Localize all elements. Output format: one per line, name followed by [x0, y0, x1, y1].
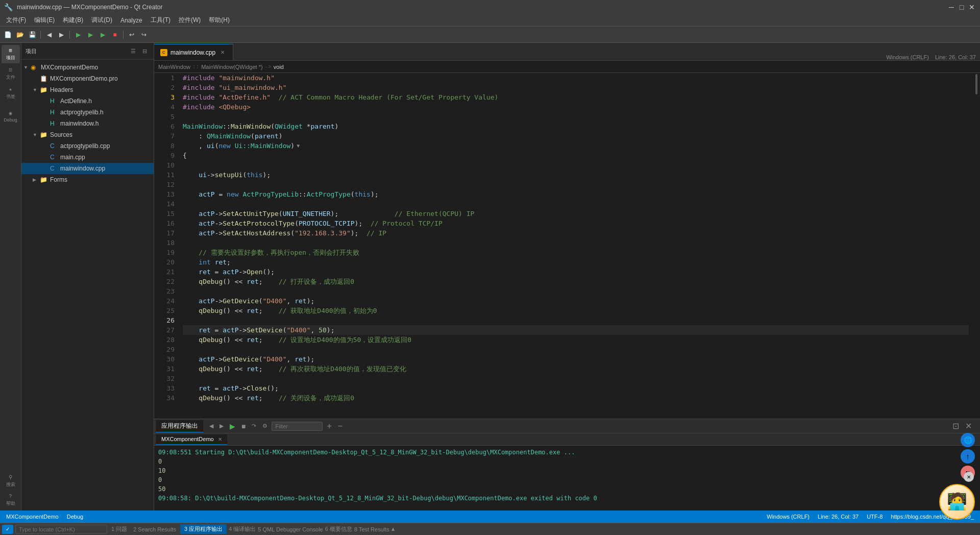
status-encoding[interactable]: UTF-8	[865, 514, 885, 520]
line-num-11: 11	[154, 170, 175, 180]
editor-tab-mainwindow[interactable]: C mainwindow.cpp ✕	[154, 44, 233, 60]
chat-btn-1[interactable]: 🌐	[961, 433, 975, 447]
line-num-16: 16	[154, 218, 175, 228]
line-num-14: 14	[154, 199, 175, 209]
filter-input[interactable]	[272, 422, 323, 431]
bottom-prev-button[interactable]: ◀	[207, 422, 215, 430]
bottom-remove-button[interactable]: −	[336, 421, 345, 432]
tab-arrow-up[interactable]: ▲	[391, 526, 395, 532]
bottom-close-button[interactable]: ✕	[963, 420, 974, 432]
menu-debug[interactable]: 调试(D)	[87, 15, 116, 26]
sidebar-item-debug[interactable]: ◉ Debug	[2, 107, 20, 126]
tree-label-mainwindow-h: mainwindow.h	[60, 120, 99, 127]
bottom-run-button[interactable]: ▶	[228, 421, 237, 431]
minimize-button[interactable]: ─	[947, 3, 955, 11]
line-num-34: 34	[154, 393, 175, 403]
code-line-33: ret = actP->Close();	[183, 383, 969, 393]
code-content[interactable]: #include "mainwindow.h" #include "ui_mai…	[179, 73, 973, 419]
line-num-26: 26	[154, 315, 175, 325]
console-line-1: 09:08:551 Starting D:\Qt\build-MXCompone…	[158, 448, 976, 457]
chat-avatar[interactable]: 🧑‍💻	[939, 484, 975, 520]
open-button[interactable]: 📂	[14, 29, 26, 40]
sidebar-item-bookmarks[interactable]: ★ 书签	[2, 84, 20, 102]
maximize-button[interactable]: □	[958, 3, 966, 11]
summary-tab[interactable]: 6 概要信息	[325, 525, 352, 533]
menu-edit[interactable]: 编辑(E)	[30, 15, 59, 26]
chat-btn-2[interactable]: ↑	[961, 449, 975, 464]
code-line-20: int ret;	[183, 257, 969, 267]
menu-tools[interactable]: 工具(T)	[146, 15, 175, 26]
bottom-stop-button[interactable]: ■	[239, 421, 248, 431]
tree-item-actdefine[interactable]: H ActDefine.h	[21, 95, 154, 107]
tree-item-main-cpp[interactable]: C main.cpp	[21, 152, 154, 163]
code-line-26	[183, 315, 969, 325]
toolbar-sep-1	[40, 31, 41, 39]
run-button[interactable]: ▶	[85, 29, 96, 40]
menu-build[interactable]: 构建(B)	[59, 15, 87, 26]
line-num-21: 21	[154, 267, 175, 277]
tree-item-pro[interactable]: 📋 MXComponentDemo.pro	[21, 73, 154, 84]
back-button[interactable]: ◀	[43, 29, 55, 40]
editor-scrollbar[interactable]	[973, 73, 980, 419]
bottom-next-button[interactable]: ▶	[217, 422, 226, 430]
line-num-22: 22	[154, 277, 175, 286]
stop-button[interactable]: ■	[109, 29, 120, 40]
breadcrumb-constructor[interactable]: MainWindow(QWidget *)	[201, 64, 262, 70]
code-line-9: {	[183, 151, 969, 160]
bottom-subtab-close[interactable]: ✕	[218, 436, 222, 442]
tree-item-mainwindow-h[interactable]: H mainwindow.h	[21, 118, 154, 129]
menu-help[interactable]: 帮助(H)	[205, 15, 234, 26]
tree-item-headers[interactable]: ▼ 📁 Headers	[21, 84, 154, 95]
bottom-float-button[interactable]: ⊡	[950, 420, 961, 432]
breadcrumb-mainwindow[interactable]: MainWindow	[158, 64, 190, 70]
tree-item-root[interactable]: ▼ ◉ MXComponentDemo	[21, 62, 154, 73]
bottom-tab-appoutput[interactable]: 应用程序输出	[156, 420, 203, 432]
chat-close-button[interactable]: ✕	[964, 472, 974, 482]
filter-button[interactable]: ☰	[128, 46, 138, 56]
bottom-settings-button[interactable]: ⚙	[260, 422, 270, 430]
sidebar-item-project[interactable]: ⊞ 项目	[2, 45, 20, 63]
undo-button[interactable]: ↩	[126, 29, 137, 40]
sidebar-item-search[interactable]: ⚲ 搜索	[2, 472, 20, 490]
forward-button[interactable]: ▶	[56, 29, 67, 40]
new-file-button[interactable]: 📄	[2, 29, 13, 40]
close-button[interactable]: ✕	[968, 3, 976, 11]
debug-run-button[interactable]: ▶	[97, 29, 108, 40]
messages-button[interactable]: ✓	[2, 525, 13, 534]
tree-item-actprog-cpp[interactable]: C actprogtypelib.cpp	[21, 140, 154, 152]
status-platform[interactable]: Windows (CRLF)	[765, 514, 812, 520]
tree-item-mainwindow-cpp[interactable]: C mainwindow.cpp	[21, 163, 154, 174]
redo-button[interactable]: ↪	[138, 29, 150, 40]
sidebar-help-label: 帮助	[6, 500, 15, 507]
search-results-tab[interactable]: 2 Search Results	[131, 526, 178, 532]
tree-item-forms[interactable]: ▶ 📁 Forms	[21, 174, 154, 185]
status-project[interactable]: MXComponentDemo	[4, 514, 61, 520]
collapse-button[interactable]: ⊟	[139, 46, 150, 56]
code-line-12	[183, 180, 969, 189]
app-output-tab[interactable]: 3 应用程序输出	[180, 524, 227, 534]
save-button[interactable]: 💾	[27, 29, 38, 40]
build-button[interactable]: ▶	[72, 29, 84, 40]
tab-close-button[interactable]: ✕	[218, 48, 227, 57]
sidebar-item-quickopen[interactable]: ⊡ 文件	[2, 64, 20, 83]
test-results-tab[interactable]: 8 Test Results	[354, 526, 389, 532]
bottom-add-button[interactable]: +	[325, 421, 333, 432]
tree-item-sources[interactable]: ▼ 📁 Sources	[21, 129, 154, 140]
tree-item-actprog-h[interactable]: H actprogtypelib.h	[21, 107, 154, 118]
status-build-mode[interactable]: Debug	[65, 514, 85, 520]
sources-folder-icon: 📁	[40, 131, 48, 138]
compile-output-tab[interactable]: 4 编译输出	[229, 525, 256, 533]
sidebar-item-help[interactable]: ? 帮助	[2, 491, 20, 509]
qml-debugger-tab[interactable]: 5 QML Debugger Console	[258, 526, 323, 532]
menu-analyze[interactable]: Analyze	[116, 16, 146, 25]
pro-file-icon: 📋	[40, 75, 48, 82]
toolbar-sep-3	[123, 31, 124, 39]
line-num-30: 30	[154, 354, 175, 364]
status-lineinfo[interactable]: Line: 26, Col: 37	[816, 514, 861, 520]
file-tree-title: 项目	[26, 47, 37, 55]
bottom-subtab-mxcomponent[interactable]: MXComponentDemo ✕	[156, 434, 227, 445]
menu-controls[interactable]: 控件(W)	[175, 15, 205, 26]
bottom-step-button[interactable]: ↷	[250, 422, 258, 430]
locate-input[interactable]	[15, 525, 107, 534]
menu-file[interactable]: 文件(F)	[2, 15, 30, 26]
